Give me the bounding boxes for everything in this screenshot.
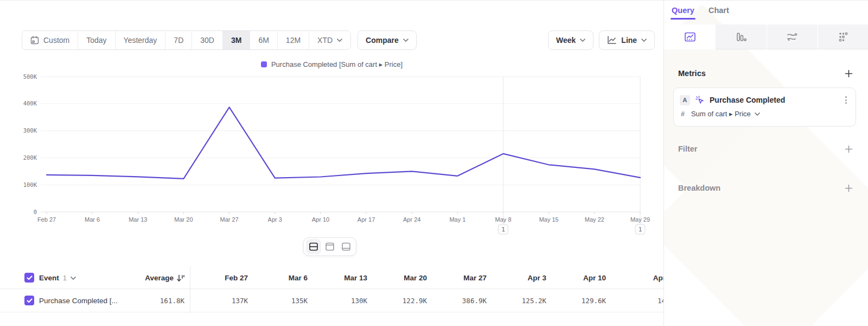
svg-text:1: 1 bbox=[639, 226, 642, 233]
main-panel: CustomTodayYesterday7D30D3M6M12MXTD Comp… bbox=[0, 1, 663, 326]
granularity-label: Week bbox=[556, 36, 576, 45]
date-range-label: Today bbox=[86, 36, 106, 45]
row-checkbox[interactable] bbox=[24, 296, 34, 305]
date-range-yesterday[interactable]: Yesterday bbox=[115, 31, 165, 49]
metric-card[interactable]: A Purchase Completed # Sum of cart ▸ Pri… bbox=[673, 87, 856, 127]
chevron-down-icon bbox=[71, 277, 76, 280]
x-axis-label: May 1 bbox=[449, 216, 465, 223]
granularity-dropdown[interactable]: Week bbox=[548, 30, 593, 50]
query-sidebar: Query Chart bbox=[663, 1, 868, 326]
table-column-header[interactable]: Mar 6 bbox=[251, 267, 308, 289]
x-axis-label: Apr 17 bbox=[358, 216, 375, 223]
metric-card-title-row: A Purchase Completed bbox=[680, 94, 850, 106]
metric-kebab-menu[interactable] bbox=[842, 94, 850, 106]
data-line[interactable] bbox=[47, 107, 640, 178]
x-axis-label: Apr 3 bbox=[268, 216, 282, 223]
metric-name: Purchase Completed bbox=[710, 96, 837, 104]
chart-legend[interactable]: Purchase Completed [Sum of cart ▸ Price] bbox=[0, 60, 663, 68]
layout-split-button[interactable] bbox=[306, 239, 321, 254]
add-filter-button[interactable] bbox=[843, 143, 854, 155]
table-header-row: Event 1 Average Feb 27Mar 6Mar 13Mar 20M… bbox=[0, 267, 663, 289]
table-column-header[interactable]: Feb 27 bbox=[191, 267, 248, 289]
date-range-label: 3M bbox=[231, 36, 241, 45]
chart-type-flows-option[interactable] bbox=[767, 24, 818, 49]
date-range-segmented-control: CustomTodayYesterday7D30D3M6M12MXTD bbox=[22, 30, 351, 50]
legend-swatch bbox=[261, 61, 267, 67]
chart-controls: Week Line bbox=[548, 30, 655, 50]
x-axis-label: May 15 bbox=[539, 216, 559, 223]
date-range-today[interactable]: Today bbox=[78, 31, 114, 49]
chevron-down-icon bbox=[403, 39, 409, 42]
x-axis-label: Mar 6 bbox=[85, 216, 100, 223]
select-all-checkbox[interactable] bbox=[24, 273, 34, 283]
y-axis-label: 300K bbox=[23, 127, 37, 134]
event-column-header[interactable]: Event 1 bbox=[39, 267, 76, 289]
metric-letter-badge: A bbox=[680, 95, 690, 105]
chart-type-strip bbox=[664, 24, 868, 49]
y-axis-label: 500K bbox=[23, 73, 37, 80]
date-range-custom[interactable]: Custom bbox=[22, 31, 78, 49]
table-cell: 129.6K bbox=[549, 289, 606, 312]
table-cell: 386.9K bbox=[430, 289, 487, 312]
metric-measurement-row[interactable]: # Sum of cart ▸ Price bbox=[681, 110, 760, 118]
layout-table-only-button[interactable] bbox=[339, 239, 354, 254]
table-column-header[interactable]: Apr bbox=[609, 267, 663, 289]
x-axis-label: May 8 bbox=[495, 216, 512, 223]
chart-type-label: Line bbox=[621, 36, 637, 45]
table-column-header[interactable]: Mar 13 bbox=[310, 267, 367, 289]
x-axis-label: Feb 27 bbox=[37, 216, 56, 223]
date-range-label: 30D bbox=[200, 36, 214, 45]
average-column-header[interactable]: Average bbox=[108, 267, 184, 289]
insights-app: CustomTodayYesterday7D30D3M6M12MXTD Comp… bbox=[0, 0, 868, 326]
chevron-down-icon bbox=[580, 39, 585, 42]
add-breakdown-button[interactable] bbox=[843, 182, 854, 194]
sort-icon bbox=[177, 274, 184, 282]
results-table: Event 1 Average Feb 27Mar 6Mar 13Mar 20M… bbox=[0, 247, 663, 326]
sidebar-tabs: Query Chart bbox=[672, 6, 729, 20]
compare-label: Compare bbox=[366, 36, 399, 45]
layout-chart-only-button[interactable] bbox=[322, 239, 337, 254]
chart-type-line-option[interactable] bbox=[664, 24, 715, 49]
measurement-label: Sum of cart ▸ Price bbox=[691, 110, 751, 118]
x-axis-label: Mar 13 bbox=[129, 216, 147, 223]
x-axis-label: Mar 27 bbox=[220, 216, 238, 223]
date-range-xtd[interactable]: XTD bbox=[309, 31, 350, 49]
chart-type-bar-option[interactable] bbox=[715, 24, 766, 49]
filter-section: Filter bbox=[678, 143, 854, 155]
tab-query[interactable]: Query bbox=[672, 6, 694, 20]
date-range-label: 12M bbox=[286, 36, 301, 45]
annotation-badge[interactable]: 1 bbox=[635, 224, 645, 234]
chevron-down-icon bbox=[755, 112, 760, 116]
x-axis-label: Mar 20 bbox=[174, 216, 193, 223]
line-chart[interactable]: 0100K200K300K400K500KFeb 27Mar 6Mar 13Ma… bbox=[0, 69, 663, 243]
layout-toggle bbox=[303, 237, 356, 256]
metrics-title: Metrics bbox=[678, 69, 706, 78]
table-column-header[interactable]: Mar 20 bbox=[370, 267, 427, 289]
tab-chart[interactable]: Chart bbox=[709, 6, 729, 20]
date-range-30d[interactable]: 30D bbox=[192, 31, 222, 49]
y-axis-label: 400K bbox=[23, 100, 37, 106]
row-series-name[interactable]: Purchase Completed [... bbox=[39, 289, 118, 312]
table-cell: 135K bbox=[251, 289, 308, 312]
date-range-3m[interactable]: 3M bbox=[222, 31, 250, 49]
chart-type-grid-option[interactable] bbox=[818, 24, 868, 49]
date-range-12m[interactable]: 12M bbox=[277, 31, 309, 49]
date-range-7d[interactable]: 7D bbox=[165, 31, 192, 49]
annotation-badge[interactable]: 1 bbox=[499, 224, 508, 234]
table-cell: 14 bbox=[609, 289, 663, 312]
legend-label: Purchase Completed [Sum of cart ▸ Price] bbox=[271, 60, 403, 68]
date-range-label: Yesterday bbox=[124, 36, 157, 45]
table-cell: 122.9K bbox=[370, 289, 427, 312]
chart-type-dropdown[interactable]: Line bbox=[599, 30, 655, 50]
date-range-6m[interactable]: 6M bbox=[250, 31, 277, 49]
number-type-icon: # bbox=[681, 110, 685, 118]
event-count: 1 bbox=[63, 274, 67, 282]
add-metric-button[interactable] bbox=[843, 67, 854, 79]
column-separator bbox=[190, 267, 190, 313]
table-column-header[interactable]: Apr 3 bbox=[489, 267, 546, 289]
table-column-header[interactable]: Apr 10 bbox=[549, 267, 606, 289]
table-column-header[interactable]: Mar 27 bbox=[430, 267, 487, 289]
date-range-label: 7D bbox=[174, 36, 183, 45]
compare-button[interactable]: Compare bbox=[358, 30, 417, 50]
table-cell: 130K bbox=[310, 289, 367, 312]
